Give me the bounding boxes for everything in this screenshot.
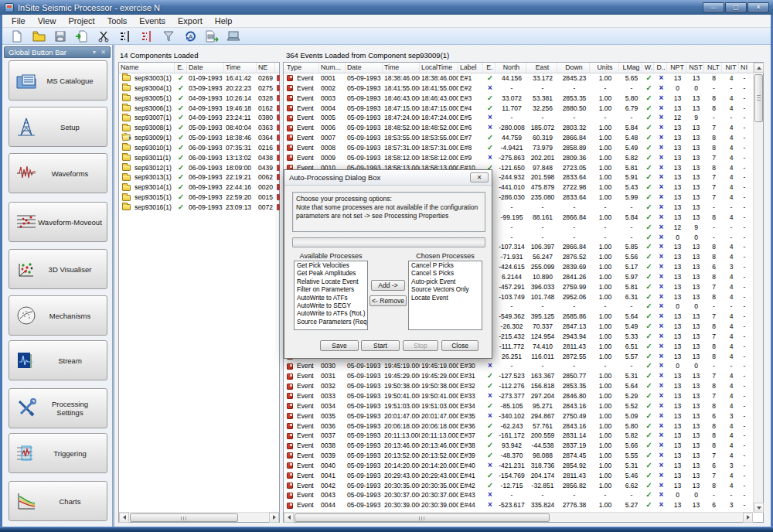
pin-icon[interactable]: ▾	[93, 49, 97, 56]
scroll-thumb[interactable]	[130, 513, 238, 522]
event-row[interactable]: Event 0035 05-09-1993 20:01:47.000 20:01…	[284, 411, 763, 421]
event-row[interactable]: Event 0033 05-09-1993 19:50:41.000 19:50…	[284, 391, 763, 401]
menu-tools[interactable]: Tools	[101, 15, 134, 27]
dialog-title-bar[interactable]: Auto-Processing Dialog Box ✕	[284, 170, 492, 186]
add-button[interactable]: Add ->	[371, 280, 405, 291]
menu-events[interactable]: Events	[133, 15, 172, 27]
picks-black-icon[interactable]	[115, 29, 135, 44]
component-row[interactable]: sep93015(1) ✓ 06-09-1993 22:59:20 0015	[119, 193, 279, 203]
list-item[interactable]: Cancel S Picks	[409, 270, 482, 278]
component-row[interactable]: sep93005(1) ✓ 04-09-1993 10:26:14 0328	[119, 94, 279, 104]
sidebar-button-mechanisms[interactable]: Mechanisms	[9, 295, 107, 336]
remove-button[interactable]: <- Remove	[369, 295, 407, 306]
scroll-thumb[interactable]	[295, 513, 550, 522]
dialog-close-icon[interactable]: ✕	[470, 172, 489, 182]
event-row[interactable]: Event 0004 05-09-1993 18:47:15.000 18:47…	[284, 104, 763, 114]
event-row[interactable]: Event 0031 05-09-1993 19:45:29.000 19:45…	[284, 371, 763, 381]
scroll-down-icon[interactable]	[754, 503, 764, 513]
event-row[interactable]: Event 0005 05-09-1993 18:47:24.000 18:47…	[284, 113, 763, 123]
scroll-thumb[interactable]	[754, 74, 763, 122]
components-header[interactable]: Name E. Date Time NE	[119, 63, 279, 73]
scroll-left-icon[interactable]	[284, 513, 294, 523]
event-row[interactable]: Event 0034 05-09-1993 19:51:03.000 19:51…	[284, 401, 763, 411]
component-row[interactable]: sep93013(1) ✓ 06-09-1993 22:19:21 0062	[119, 172, 279, 182]
panel-close-icon[interactable]: ✕	[100, 49, 107, 56]
event-row[interactable]: Event 0043 05-09-1993 20:30:37.000 20:30…	[284, 490, 763, 500]
menu-help[interactable]: Help	[209, 15, 239, 27]
list-item[interactable]: AutoWrite to SEGY	[295, 302, 367, 310]
component-row[interactable]: sep93008(1) ✓ 05-09-1993 08:40:04 0363	[119, 123, 279, 133]
start-button[interactable]: Start	[361, 340, 400, 351]
event-row[interactable]: Event 0038 05-09-1993 20:13:46.000 20:13…	[284, 441, 763, 451]
event-row[interactable]: Event 0041 05-09-1993 20:29:43.000 20:29…	[284, 471, 763, 481]
sidebar-button-processing-settings[interactable]: Processing Settings	[9, 388, 107, 428]
sidebar-button-ms-catalogue[interactable]: MS Catalogue	[9, 60, 107, 101]
components-hscrollbar[interactable]	[119, 512, 279, 522]
sidebar-button-waveform-moveout[interactable]: Waveform-Moveout	[9, 202, 107, 242]
sidebar-button-stream[interactable]: Stream	[9, 340, 107, 380]
component-row[interactable]: sep93007(1) ✓ 04-09-1993 23:24:11 0380	[119, 113, 279, 123]
sidebar-button-charts[interactable]: Charts	[9, 481, 107, 521]
save-button[interactable]: Save	[320, 340, 359, 351]
monitor-icon[interactable]	[223, 29, 243, 44]
list-item[interactable]: Source Parameters (Req. I	[295, 319, 367, 326]
events-hscrollbar[interactable]	[284, 512, 753, 522]
event-row[interactable]: Event 0036 05-09-1993 20:06:18.000 20:06…	[284, 421, 763, 431]
list-item[interactable]: Source Vectors Only	[409, 286, 482, 294]
filter-icon[interactable]	[158, 29, 179, 44]
stop-button[interactable]: Stop	[403, 340, 438, 351]
component-row[interactable]: sep93003(1) ✓ 01-09-1993 16:41:42 0269	[119, 73, 279, 84]
chosen-processes-list[interactable]: Cancel P PicksCancel S PicksAuto-pick Ev…	[408, 261, 482, 330]
minimize-icon[interactable]: —	[703, 2, 724, 13]
import-file-icon[interactable]	[72, 29, 92, 44]
close-icon[interactable]: ✕	[747, 2, 769, 13]
component-row[interactable]: sep93016(1) ✓ 06-09-1993 23:09:13 0072	[119, 203, 279, 213]
event-row[interactable]: Event 0006 05-09-1993 18:48:52.000 18:48…	[284, 123, 763, 133]
list-item[interactable]: Filter on Parameters	[295, 286, 367, 294]
event-row[interactable]: Event 0002 05-09-1993 18:41:55.000 18:41…	[284, 84, 763, 94]
events-header[interactable]: TypeNum...DateTimeLocalTimeLabelE.NorthE…	[284, 63, 753, 73]
sidebar-button-triggering[interactable]: Triggering	[9, 433, 107, 473]
list-item[interactable]: Auto-pick Event	[409, 278, 482, 286]
sidebar-button-setup[interactable]: Setup	[9, 107, 107, 147]
list-item[interactable]: AutoWrite to ATFs	[295, 295, 367, 302]
component-row[interactable]: sep93004(1) ✓ 03-09-1993 20:22:23 0275	[119, 84, 279, 94]
scroll-right-icon[interactable]	[269, 513, 279, 523]
available-processes-list[interactable]: Get Pick VelocitiesGet Peak AmplitudesRe…	[294, 261, 368, 330]
event-row[interactable]: Event 0039 05-09-1993 20:13:52.000 20:13…	[284, 451, 763, 461]
menu-project[interactable]: Project	[62, 15, 100, 27]
maximize-icon[interactable]: ▢	[725, 2, 747, 13]
list-item[interactable]: Get Pick Velocities	[295, 262, 367, 270]
close-button[interactable]: Close	[441, 340, 478, 351]
menu-view[interactable]: View	[32, 15, 63, 27]
save-icon[interactable]	[50, 29, 70, 44]
menu-export[interactable]: Export	[172, 15, 209, 27]
export-csv-icon[interactable]: csv	[202, 29, 222, 44]
event-row[interactable]: Event 0001 05-09-1993 18:38:46.000 18:38…	[284, 73, 763, 84]
scroll-left-icon[interactable]	[119, 513, 129, 523]
component-row[interactable]: sep93009(1) ✓ 05-09-1993 18:38:46 0364	[119, 133, 279, 143]
event-row[interactable]: Event 0040 05-09-1993 20:14:20.000 20:14…	[284, 461, 763, 471]
events-vscrollbar[interactable]	[753, 63, 763, 513]
event-row[interactable]: Event 0007 05-09-1993 18:53:55.000 18:53…	[284, 133, 763, 143]
event-row[interactable]: Event 0032 05-09-1993 19:50:38.000 19:50…	[284, 381, 763, 391]
menu-file[interactable]: File	[5, 15, 32, 27]
event-row[interactable]: Event 0042 05-09-1993 20:30:35.000 20:30…	[284, 481, 763, 491]
cut-icon[interactable]	[94, 29, 114, 44]
event-row[interactable]: Event 0044 05-09-1993 20:30:39.000 20:30…	[284, 500, 763, 510]
list-item[interactable]: Locate Event	[409, 295, 482, 302]
sidebar-button-waveforms[interactable]: Waveforms	[9, 153, 107, 193]
scroll-up-icon[interactable]	[754, 63, 764, 73]
event-row[interactable]: Event 0037 05-09-1993 20:11:13.000 20:11…	[284, 431, 763, 441]
component-row[interactable]: sep93010(1) ✓ 06-09-1993 07:35:31 0216	[119, 143, 279, 153]
list-item[interactable]: Get Peak Amplitudes	[295, 270, 367, 278]
sidebar-button-3d-visualiser[interactable]: 3D Visualiser	[9, 249, 107, 289]
event-row[interactable]: Event 0009 05-09-1993 18:58:12.000 18:58…	[284, 153, 763, 163]
component-row[interactable]: sep93014(1) ✓ 06-09-1993 22:44:16 0020	[119, 182, 279, 193]
auto-process-icon[interactable]: A	[180, 29, 200, 44]
component-row[interactable]: sep93006(1) ✓ 04-09-1993 19:46:18 0162	[119, 104, 279, 114]
component-row[interactable]: sep93011(1) ✓ 06-09-1993 13:13:02 0438	[119, 153, 279, 163]
list-item[interactable]: Relative Locate Event	[295, 278, 367, 286]
scroll-right-icon[interactable]	[743, 513, 753, 523]
picks-red-icon[interactable]	[137, 29, 157, 44]
